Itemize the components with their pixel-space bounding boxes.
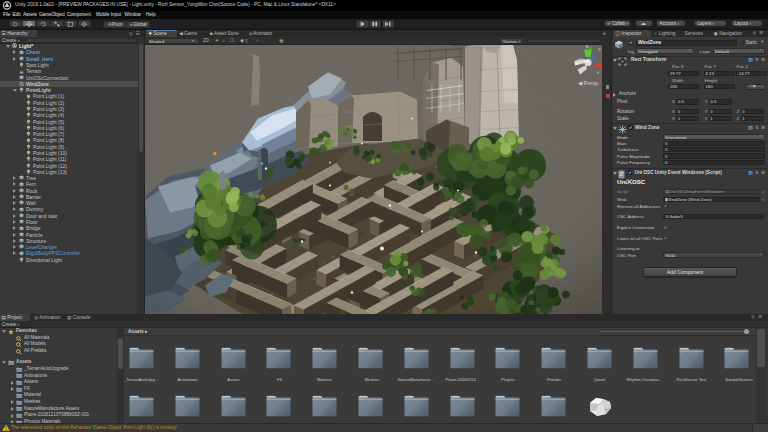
svg-text:×: × [598, 45, 601, 51]
svg-text:◀ Persp: ◀ Persp [578, 79, 598, 85]
